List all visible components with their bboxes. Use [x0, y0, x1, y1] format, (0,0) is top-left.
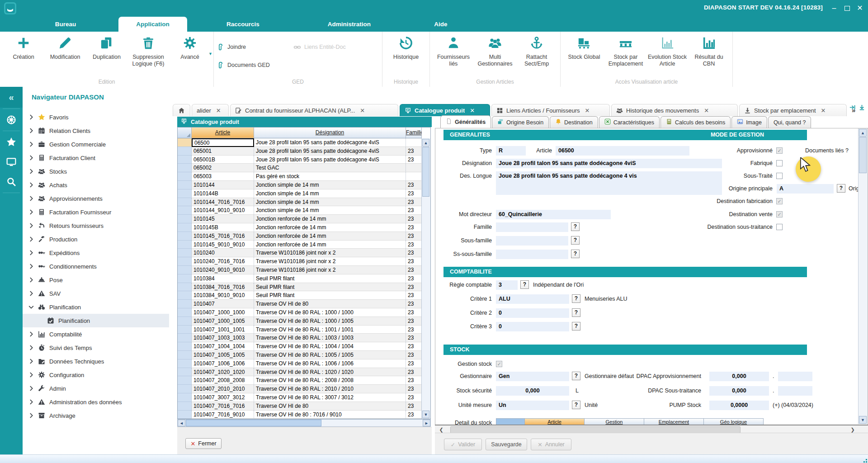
- sidebar-item-configuration[interactable]: Configuration: [23, 368, 169, 382]
- chevron-right-icon[interactable]: [28, 236, 34, 242]
- chevron-right-icon[interactable]: [28, 128, 34, 134]
- cell-article[interactable]: 1010384_9010_9010: [192, 291, 254, 300]
- cell-designation[interactable]: Seuil PMR filant: [254, 291, 406, 300]
- table-row[interactable]: 1010384_7016_7016 Seuil PMR filant 23: [178, 283, 422, 292]
- favorites-star-icon[interactable]: [0, 132, 23, 152]
- sidebar-item-planification[interactable]: Planification: [23, 314, 169, 327]
- scroll-right-icon[interactable]: ❯: [849, 426, 856, 433]
- table-row[interactable]: 1010407_2008_2008 Traverse OV HI de 80 R…: [178, 376, 422, 385]
- cell-designation[interactable]: Traverse OV HI de 80 RAL : 1001 / 1001: [254, 326, 406, 334]
- ribbon-button-multi-gestionnaires[interactable]: Multi Gestionnaires: [474, 36, 516, 67]
- form-tab-destination[interactable]: Destination: [550, 116, 598, 128]
- table-row[interactable]: 1010407_1000_1000 Traverse OV HI de 80 R…: [178, 308, 422, 317]
- table-row[interactable]: 1010407_7016_9010 Traverse OV HI de 80 :…: [178, 411, 422, 419]
- monitor-icon[interactable]: [0, 152, 23, 172]
- cell-famille[interactable]: 23: [406, 359, 422, 368]
- sidebar-item-stocks[interactable]: Stocks: [23, 165, 169, 178]
- row-selector-cell[interactable]: [178, 359, 192, 368]
- form-horizontal-scrollbar[interactable]: ❮ ❯: [435, 425, 868, 433]
- cell-article[interactable]: 1010407_3007_3012: [192, 393, 254, 402]
- table-row[interactable]: 1010145_7016_7016 Jonction renforcée de …: [178, 232, 422, 241]
- cell-article[interactable]: 1010407_2010_2010: [192, 385, 254, 393]
- ss-sous-famille-field[interactable]: [496, 250, 568, 259]
- cell-designation[interactable]: Traverse W1010186 joint noir x 2: [254, 257, 406, 266]
- table-row[interactable]: 1010144_7016_7016 Jonction simple de 14 …: [178, 198, 422, 207]
- dpac-st-field[interactable]: 0,000: [709, 386, 769, 396]
- navigator-wheel-icon[interactable]: [0, 110, 23, 130]
- cell-famille[interactable]: 23: [406, 393, 422, 402]
- sidebar-item-suivi-des-temps[interactable]: Suivi des Temps: [23, 341, 169, 354]
- sidebar-item-retours-fournisseurs[interactable]: Retours fournisseurs: [23, 219, 169, 232]
- table-row[interactable]: 1010407_1005_1005 Traverse OV HI de 80 R…: [178, 351, 422, 359]
- collapse-navigator-button[interactable]: «: [0, 87, 23, 108]
- cell-famille[interactable]: 23: [406, 223, 422, 232]
- cell-famille[interactable]: 23: [406, 206, 422, 215]
- cell-famille[interactable]: 23: [406, 317, 422, 326]
- detail-header-gestion[interactable]: Gestion: [585, 418, 644, 425]
- origine-principale-field[interactable]: A: [777, 184, 834, 194]
- cell-designation[interactable]: Pas géré en stock: [254, 172, 406, 181]
- critere3-help-button[interactable]: ?: [572, 322, 580, 331]
- chevron-right-icon[interactable]: [28, 168, 34, 175]
- table-row[interactable]: 1010145 Jonction renforcée de 14 mm 23: [178, 215, 422, 223]
- table-row[interactable]: 065002 Test GAC: [178, 164, 422, 172]
- gestionnaire-field[interactable]: Gen: [496, 372, 569, 381]
- sidebar-item-approvisionnements[interactable]: Approvisionnements: [23, 192, 169, 205]
- table-row[interactable]: 065003 Pas géré en stock: [178, 172, 422, 181]
- sidebar-item-favoris[interactable]: Favoris: [23, 110, 169, 124]
- table-row[interactable]: 1010384_9010_9010 Seuil PMR filant 23: [178, 291, 422, 300]
- cell-article[interactable]: 06500: [192, 138, 254, 147]
- pump-stock-field[interactable]: 0,0000: [709, 401, 769, 410]
- table-row[interactable]: 1010144_9010_9010 Jonction simple de 14 …: [178, 206, 422, 215]
- cell-famille[interactable]: 23: [406, 300, 422, 308]
- sidebar-item-planification[interactable]: Planification: [23, 300, 169, 314]
- sidebar-item-relation-clients[interactable]: Relation Clients: [23, 124, 169, 137]
- cell-designation[interactable]: Joue 28 profil talon 95 sans patte dodéc…: [254, 138, 406, 147]
- minimize-button[interactable]: –: [828, 3, 840, 13]
- close-tab-icon[interactable]: ✕: [704, 107, 709, 114]
- column-header-designation[interactable]: Désignation: [254, 128, 406, 138]
- cell-designation[interactable]: Traverse OV HI de 80 RAL : 3007 / 3012: [254, 393, 406, 402]
- cell-designation[interactable]: Test GAC: [254, 164, 406, 172]
- ribbon-button-r-sultat-du-cbn[interactable]: Résultat du CBN: [688, 36, 730, 67]
- cell-article[interactable]: 1010384: [192, 274, 254, 283]
- sidebar-item-sav[interactable]: SAV: [23, 287, 169, 300]
- famille-help-button[interactable]: ?: [571, 222, 580, 231]
- cell-article[interactable]: 065002: [192, 164, 254, 172]
- row-selector-cell[interactable]: [178, 215, 192, 223]
- form-tab-caract-ristiques[interactable]: Caractéristiques: [599, 116, 660, 128]
- cell-famille[interactable]: 23: [406, 402, 422, 411]
- ribbon-button-evolution-stock-article[interactable]: Evolution Stock Article: [646, 36, 688, 67]
- table-row[interactable]: 1010144 Jonction simple de 14 mm 23: [178, 181, 422, 189]
- chevron-right-icon[interactable]: [28, 155, 34, 161]
- cell-famille[interactable]: 23: [406, 376, 422, 385]
- row-selector-cell[interactable]: [178, 232, 192, 241]
- sidebar-item-admin[interactable]: Admin: [23, 382, 169, 395]
- row-selector-cell[interactable]: [178, 257, 192, 266]
- unite-mesure-field[interactable]: Un: [496, 401, 569, 410]
- cell-article[interactable]: 1010407_1020_1020: [192, 368, 254, 377]
- unite-help-button[interactable]: ?: [572, 401, 580, 409]
- scroll-tabs-right-icon[interactable]: [849, 104, 856, 113]
- table-row[interactable]: 1010384 Seuil PMR filant 23: [178, 274, 422, 283]
- cell-designation[interactable]: Jonction simple de 14 mm: [254, 181, 406, 189]
- cell-article[interactable]: 1010407_7016_9010: [192, 411, 254, 419]
- ribbon-button-liens-entit-doc[interactable]: Liens Entité-Doc: [293, 38, 379, 56]
- regle-comptable-field[interactable]: 3: [496, 280, 518, 290]
- sauvegarde-button[interactable]: Sauvegarde: [486, 439, 527, 450]
- cell-designation[interactable]: Traverse OV HI de 80 : 7016 / 9010: [254, 411, 406, 419]
- form-tab-g-n-ralit-s[interactable]: Généralités: [440, 115, 491, 128]
- scroll-up-icon[interactable]: ▲: [422, 139, 429, 146]
- cell-designation[interactable]: Jonction renforcée de 14 mm: [254, 223, 406, 232]
- table-row[interactable]: 1010407_1006_1006 Traverse OV HI de 80 R…: [178, 359, 422, 368]
- cell-famille[interactable]: 23: [406, 291, 422, 300]
- tab-liens-articles-fournisseurs[interactable]: Liens Articles / Fournisseurs ✕: [491, 104, 610, 116]
- ribbon-button-suppression-logique-f6[interactable]: Suppression Logique (F6): [127, 36, 169, 67]
- table-row[interactable]: 1010407_3007_3012 Traverse OV HI de 80 R…: [178, 393, 422, 402]
- detail-header-geo[interactable]: Géo logique: [704, 418, 764, 425]
- close-button[interactable]: ✕: [854, 3, 866, 13]
- cell-famille[interactable]: 23: [406, 181, 422, 189]
- table-row[interactable]: 06500 Joue 28 profil talon 95 sans patte…: [178, 138, 422, 147]
- maximize-button[interactable]: [841, 3, 853, 13]
- row-selector-cell[interactable]: [178, 223, 192, 232]
